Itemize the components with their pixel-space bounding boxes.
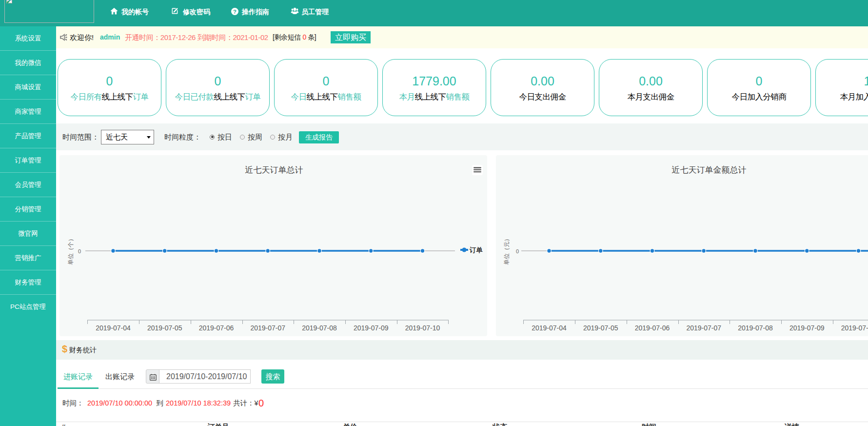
svg-text:2019-07-04: 2019-07-04 [96,324,131,332]
svg-text:2019-07-08: 2019-07-08 [738,324,773,332]
svg-text:2019-07-07: 2019-07-07 [250,324,285,332]
svg-text:?: ? [233,9,237,15]
svg-text:2019-07-05: 2019-07-05 [583,324,618,332]
svg-text:2019-07-06: 2019-07-06 [635,324,670,332]
svg-text:单位（个）: 单位（个） [67,236,74,265]
svg-text:2019-07-10: 2019-07-10 [841,324,868,332]
svg-text:2019-07-08: 2019-07-08 [302,324,337,332]
svg-text:0: 0 [78,248,81,254]
svg-text:2019-07-09: 2019-07-09 [354,324,389,332]
svg-text:2019-07-09: 2019-07-09 [789,324,825,332]
svg-text:订单: 订单 [469,246,483,254]
svg-text:近七天订单总计: 近七天订单总计 [245,165,303,175]
svg-text:2019-07-06: 2019-07-06 [199,324,234,332]
svg-text:2019-07-04: 2019-07-04 [532,324,567,332]
svg-text:2019-07-07: 2019-07-07 [686,324,721,332]
svg-text:近七天订单金额总计: 近七天订单金额总计 [672,165,747,175]
svg-text:单位（元）: 单位（元） [503,236,510,265]
svg-text:2019-07-05: 2019-07-05 [147,324,182,332]
svg-text:0: 0 [516,248,519,254]
svg-text:2019-07-10: 2019-07-10 [405,324,440,332]
